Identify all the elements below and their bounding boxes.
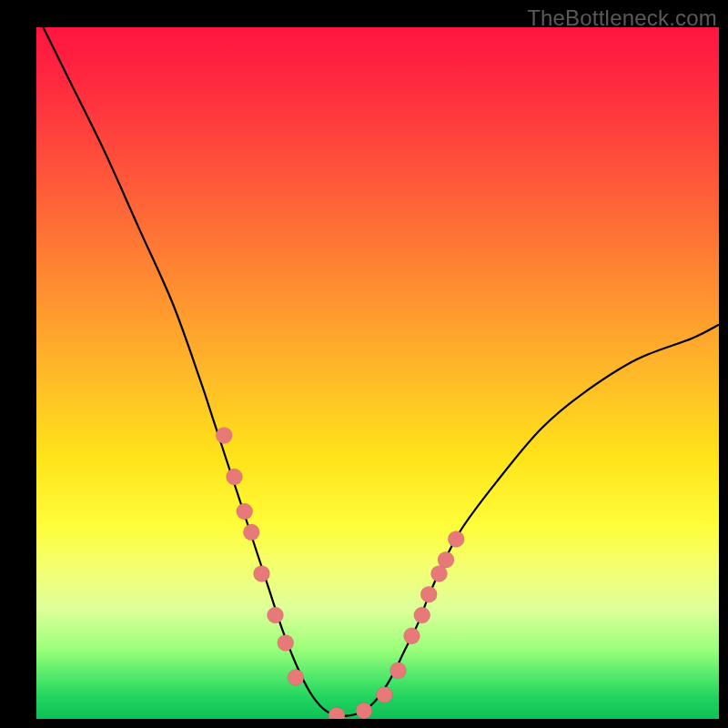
plot-area <box>36 27 719 719</box>
marker-point <box>448 531 464 547</box>
marker-point <box>438 551 454 568</box>
marker-point <box>404 628 420 644</box>
marker-point <box>237 503 253 520</box>
marker-point <box>356 703 372 719</box>
marker-point <box>288 669 304 685</box>
chart-frame: TheBottleneck.com <box>0 0 728 728</box>
marker-point <box>278 634 294 651</box>
marker-point <box>227 469 243 485</box>
marker-point <box>420 586 437 602</box>
marker-point <box>329 707 345 719</box>
watermark-text: TheBottleneck.com <box>527 5 717 31</box>
marker-group <box>216 427 464 719</box>
marker-point <box>268 607 284 623</box>
curve-svg <box>36 27 719 719</box>
marker-point <box>414 607 430 623</box>
marker-point <box>390 662 407 679</box>
bottleneck-curve <box>44 27 720 716</box>
marker-point <box>377 686 393 703</box>
marker-point <box>216 427 232 443</box>
marker-point <box>254 565 270 581</box>
marker-point <box>243 524 259 541</box>
